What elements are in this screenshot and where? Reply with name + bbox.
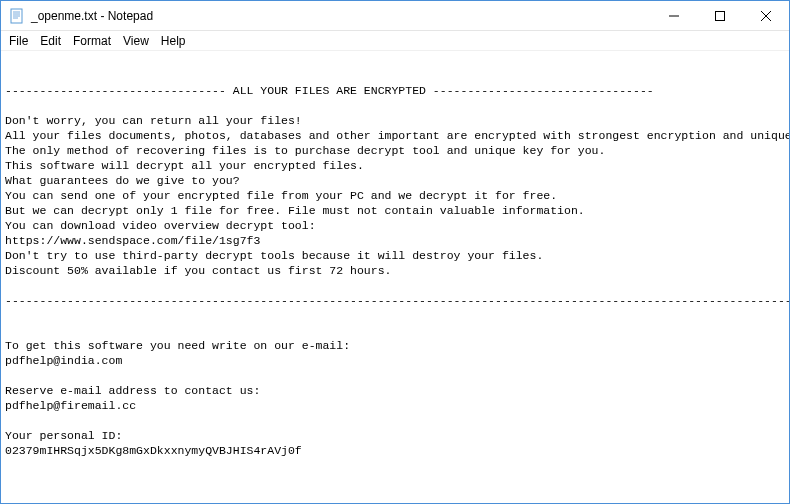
notepad-icon bbox=[9, 8, 25, 24]
text-line: But we can decrypt only 1 file for free.… bbox=[5, 204, 585, 217]
minimize-button[interactable] bbox=[651, 1, 697, 30]
text-line: This software will decrypt all your encr… bbox=[5, 159, 364, 172]
text-line: To get this software you need write on o… bbox=[5, 339, 350, 352]
svg-rect-6 bbox=[716, 11, 725, 20]
text-line: The only method of recovering files is t… bbox=[5, 144, 605, 157]
text-line: Discount 50% available if you contact us… bbox=[5, 264, 391, 277]
window-controls bbox=[651, 1, 789, 30]
maximize-icon bbox=[715, 11, 725, 21]
text-line: All your files documents, photos, databa… bbox=[5, 129, 789, 142]
menu-edit[interactable]: Edit bbox=[34, 33, 67, 49]
text-line: pdfhelp@india.com bbox=[5, 354, 122, 367]
menu-file[interactable]: File bbox=[3, 33, 34, 49]
text-line: Reserve e-mail address to contact us: bbox=[5, 384, 260, 397]
text-line: What guarantees do we give to you? bbox=[5, 174, 240, 187]
window-title: _openme.txt - Notepad bbox=[31, 9, 651, 23]
text-line: -------------------------------- ALL YOU… bbox=[5, 84, 654, 97]
menubar: File Edit Format View Help bbox=[1, 31, 789, 51]
menu-help[interactable]: Help bbox=[155, 33, 192, 49]
titlebar: _openme.txt - Notepad bbox=[1, 1, 789, 31]
text-area[interactable]: -------------------------------- ALL YOU… bbox=[1, 51, 789, 503]
text-line: Your personal ID: bbox=[5, 429, 122, 442]
close-button[interactable] bbox=[743, 1, 789, 30]
text-line: You can send one of your encrypted file … bbox=[5, 189, 557, 202]
text-line: You can download video overview decrypt … bbox=[5, 219, 316, 232]
text-line: Don't worry, you can return all your fil… bbox=[5, 114, 302, 127]
text-line: 02379mIHRSqjx5DKg8mGxDkxxnymyQVBJHIS4rAV… bbox=[5, 444, 302, 457]
menu-view[interactable]: View bbox=[117, 33, 155, 49]
text-line: https://www.sendspace.com/file/1sg7f3 bbox=[5, 234, 260, 247]
menu-format[interactable]: Format bbox=[67, 33, 117, 49]
maximize-button[interactable] bbox=[697, 1, 743, 30]
text-line: Don't try to use third-party decrypt too… bbox=[5, 249, 543, 262]
close-icon bbox=[761, 11, 771, 21]
text-line: pdfhelp@firemail.cc bbox=[5, 399, 136, 412]
text-line: ----------------------------------------… bbox=[5, 294, 789, 307]
minimize-icon bbox=[669, 11, 679, 21]
